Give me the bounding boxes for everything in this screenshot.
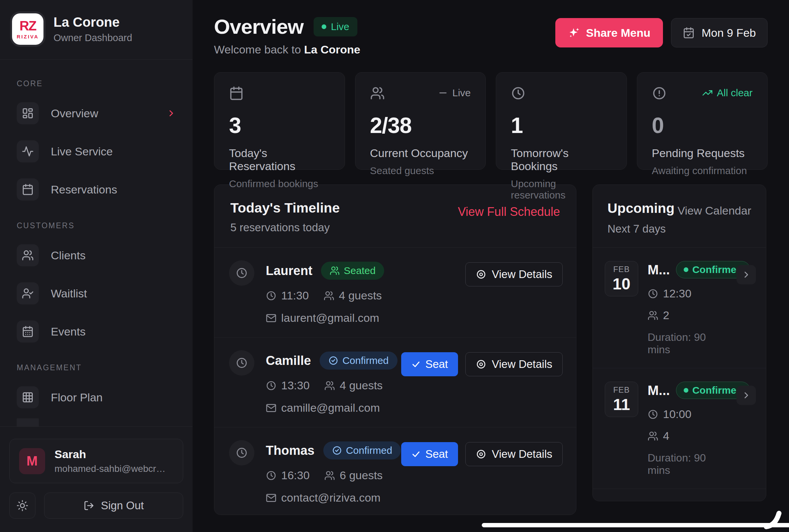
stat-value: 3 — [229, 113, 330, 138]
sidebar-item-clipped — [10, 418, 183, 426]
chevron-right-icon — [741, 391, 751, 400]
sidebar-item[interactable]: Waitlist — [10, 277, 183, 310]
horizontal-scrollbar[interactable] — [482, 523, 789, 527]
users-icon — [647, 431, 658, 441]
share-menu-button[interactable]: Share Menu — [555, 18, 663, 48]
booking-duration: Duration: 90 mins — [647, 331, 727, 356]
users-icon — [370, 86, 385, 100]
view-full-schedule-link[interactable]: View Full Schedule — [458, 205, 560, 219]
stat-value: 0 — [652, 113, 753, 138]
date-box: FEB 11 — [605, 382, 638, 417]
users-icon — [22, 249, 34, 261]
guest-email: contact@riziva.com — [281, 491, 380, 504]
sidebar-item[interactable]: Clients — [10, 238, 183, 272]
corner-swoosh — [764, 509, 787, 530]
sidebar-item[interactable]: Events — [10, 315, 183, 348]
section-label: CORE — [17, 79, 183, 88]
sidebar-actions: Sign Out — [10, 493, 183, 519]
live-badge: Live — [314, 17, 357, 36]
date-day: 11 — [613, 395, 630, 414]
entry-chevron-button[interactable] — [736, 265, 756, 284]
guest-email: laurent@gmail.com — [281, 311, 379, 324]
view-details-button[interactable]: View Details — [465, 442, 563, 466]
stat-label: Pending Requests — [652, 147, 753, 160]
mail-icon — [266, 493, 277, 503]
sidebar-item-label: Live Service — [51, 145, 113, 158]
clock-icon — [266, 380, 277, 391]
timeline-row: Camille Confirmed 13:30 4 guests — [214, 338, 576, 428]
stat-label: Current Occupancy — [370, 147, 471, 160]
timeline-subtitle: 5 reservations today — [230, 221, 340, 234]
nav-section-core: CORE Overview Live Service R — [10, 79, 183, 207]
entry-chevron-button[interactable] — [736, 386, 756, 405]
view-details-button[interactable]: View Details — [465, 262, 563, 286]
stat-label: Tomorrow's Bookings — [511, 147, 612, 173]
upcoming-entry: FEB 12 M... Confirmed — [593, 489, 766, 501]
stat-tag: All clear — [702, 87, 753, 99]
sidebar-item[interactable]: Overview — [10, 96, 183, 130]
sidebar-item-label: Waitlist — [51, 287, 87, 300]
logo-monogram: RZ — [19, 19, 36, 33]
sidebar-item-label: Overview — [51, 107, 98, 120]
booking-guests: 2 — [663, 309, 669, 322]
seat-button[interactable]: Seat — [401, 352, 458, 376]
section-label: CUSTOMERS — [17, 221, 183, 230]
date-day: 10 — [613, 275, 630, 293]
timeline-row: Laurent Seated 11:30 4 guests — [214, 248, 576, 338]
restaurant-name: La Corone — [54, 15, 132, 30]
booking-guests: 4 — [663, 430, 669, 442]
restaurant-identity: La Corone Owner Dashboard — [54, 15, 132, 43]
stat-sublabel: Seated guests — [370, 165, 471, 176]
sidebar-item-label: Events — [51, 325, 86, 338]
stat-sublabel: Awaiting confirmation — [652, 165, 753, 176]
sidebar-item[interactable]: Floor Plan — [10, 380, 183, 414]
nav-section-customers: CUSTOMERS Clients Waitlist E — [10, 221, 183, 348]
guest-count: 4 guests — [339, 289, 382, 302]
sidebar: RZ RIZIVA La Corone Owner Dashboard CORE… — [0, 0, 192, 532]
theme-toggle-button[interactable] — [10, 493, 35, 519]
users-icon — [324, 470, 335, 481]
sidebar-item[interactable]: Live Service — [10, 134, 183, 168]
alert-circle-icon — [652, 86, 666, 100]
sign-out-button[interactable]: Sign Out — [44, 493, 183, 519]
clock-icon — [511, 86, 526, 100]
minus-icon — [438, 88, 448, 98]
stat-tag: Live — [438, 87, 471, 99]
grid-icon — [22, 391, 34, 403]
user-card[interactable]: M Sarah mohamed-sahbi@webcraftd... — [10, 439, 183, 483]
check-icon — [411, 450, 420, 459]
mail-icon — [266, 313, 277, 323]
sidebar-item[interactable]: Reservations — [10, 172, 183, 207]
status-dot-icon — [684, 267, 688, 272]
clock-icon — [236, 447, 248, 459]
circle-check-icon — [328, 356, 338, 366]
sidebar-header: RZ RIZIVA La Corone Owner Dashboard — [0, 0, 192, 60]
stat-card: All clear 0 Pending Requests Awaiting co… — [637, 72, 768, 170]
nav-section-management: MANAGEMENT Floor Plan — [10, 363, 183, 426]
status-badge: Confirmed — [320, 352, 397, 369]
check-icon — [411, 360, 420, 369]
booking-name: M... — [647, 262, 670, 277]
booking-time: 12:30 — [663, 287, 691, 300]
users-icon — [647, 310, 658, 321]
view-icon — [476, 269, 486, 280]
clock-icon — [236, 267, 248, 279]
guest-name: Camille — [266, 354, 311, 368]
sun-icon — [16, 499, 29, 512]
date-box: FEB 10 — [605, 261, 638, 297]
clock-icon — [266, 470, 277, 481]
riziva-logo: RZ RIZIVA — [12, 13, 43, 45]
booking-time: 10:00 — [663, 408, 691, 421]
sidebar-item-label: Clients — [51, 249, 86, 262]
log-out-icon — [83, 500, 94, 511]
view-calendar-link[interactable]: View Calendar — [677, 204, 751, 217]
seat-button[interactable]: Seat — [401, 442, 458, 466]
calendar-icon — [229, 86, 244, 100]
date-picker-button[interactable]: Mon 9 Feb — [671, 18, 768, 48]
sidebar-item-label: Reservations — [51, 183, 117, 196]
view-details-button[interactable]: View Details — [465, 352, 563, 376]
view-icon — [476, 359, 486, 369]
users-icon — [330, 266, 340, 276]
mail-icon — [266, 403, 277, 413]
app-root: RZ RIZIVA La Corone Owner Dashboard CORE… — [0, 0, 789, 532]
